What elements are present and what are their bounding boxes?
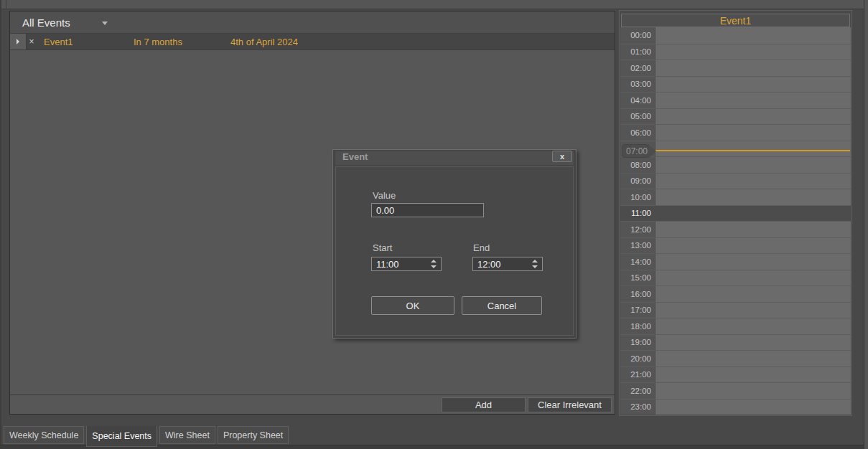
time-row-17:00[interactable]: 17:00 [620,302,851,318]
end-time-value: 12:00 [477,259,501,270]
schedule-cell[interactable] [655,27,851,44]
window-frame-left [0,0,1,449]
current-time-balloon: 07:00 [622,144,649,158]
dialog-title: Event [342,151,368,162]
time-label: 16:00 [620,285,655,302]
value-label: Value [373,190,396,201]
time-row-16:00[interactable]: 16:00 [620,285,851,302]
schedule-cell[interactable] [655,156,851,173]
time-label: 22:00 [620,382,655,399]
value-input[interactable]: 0.00 [371,203,484,217]
schedule-cell[interactable] [655,124,851,141]
time-row-13:00[interactable]: 13:00 [620,237,851,254]
day-schedule-title: Event1 [621,14,850,27]
time-row-18:00[interactable]: 18:00 [620,318,851,334]
event-list-row[interactable]: × Event1 In 7 months 4th of April 2024 [10,34,615,50]
schedule-cell[interactable] [655,205,851,222]
time-row-06:00[interactable]: 06:00 [620,124,851,141]
schedule-cell[interactable] [655,399,851,415]
start-spinner[interactable] [429,257,438,270]
time-label: 02:00 [620,60,655,76]
schedule-cell[interactable] [655,285,851,302]
schedule-cell[interactable] [655,189,851,205]
clear-irrelevant-button[interactable]: Clear Irrelevant [528,397,612,412]
event-date-cell: 4th of April 2024 [230,34,298,49]
window-frame-right [864,0,868,449]
cancel-button[interactable]: Cancel [462,296,542,315]
dialog-close-button[interactable]: x [552,151,572,162]
expand-cell[interactable] [10,34,27,49]
dialog-titlebar[interactable] [335,151,574,165]
schedule-cell[interactable] [655,237,851,254]
time-row-15:00[interactable]: 15:00 [620,270,851,286]
day-schedule-panel: Event1 00:0001:0002:0003:0004:0005:0006:… [619,10,852,416]
schedule-cell[interactable] [655,382,851,399]
time-row-01:00[interactable]: 01:00 [620,44,851,60]
time-row-00:00[interactable]: 00:00 [620,27,851,44]
view-tabbar: Weekly ScheduleSpecial EventsWire SheetP… [0,426,868,447]
schedule-cell[interactable] [655,367,851,383]
end-spinner[interactable] [531,257,539,270]
time-row-14:00[interactable]: 14:00 [620,253,851,270]
tab-special-events[interactable]: Special Events [86,426,157,447]
schedule-cell[interactable] [655,173,851,189]
event-dialog: Event x Value 0.00 Start 11:00 End 12:00… [332,149,577,339]
tab-wire-sheet[interactable]: Wire Sheet [159,426,215,444]
events-filter-header[interactable]: All Events [10,11,615,34]
time-label: 00:00 [620,27,655,44]
tab-property-sheet[interactable]: Property Sheet [218,426,289,444]
time-row-22:00[interactable]: 22:00 [620,382,851,399]
spin-down-icon[interactable] [431,265,437,268]
schedule-cell[interactable] [655,334,851,351]
time-row-09:00[interactable]: 09:00 [620,173,851,189]
delete-event-icon[interactable]: × [27,34,37,49]
time-label: 12:00 [620,221,655,237]
time-row-21:00[interactable]: 21:00 [620,367,851,383]
add-button[interactable]: Add [442,397,526,412]
time-label: 01:00 [620,44,655,60]
schedule-cell[interactable] [655,108,851,125]
schedule-cell[interactable] [655,76,851,93]
time-row-11:00[interactable]: 11:00 [620,205,851,222]
start-label: Start [373,242,392,253]
time-label: 09:00 [620,173,655,189]
time-row-02:00[interactable]: 02:00 [620,60,851,76]
schedule-cell[interactable] [655,92,851,108]
time-row-08:00[interactable]: 08:00 [620,156,851,173]
time-label: 20:00 [620,350,655,367]
schedule-cell[interactable] [655,350,851,367]
ok-button[interactable]: OK [371,296,454,315]
time-label: 04:00 [620,92,655,108]
schedule-cell[interactable] [655,302,851,318]
time-label: 10:00 [620,189,655,205]
end-label: End [473,242,490,253]
chevron-down-icon [102,22,108,25]
expand-arrow-icon [17,39,19,44]
schedule-cell[interactable] [655,253,851,270]
time-row-19:00[interactable]: 19:00 [620,334,851,351]
time-label: 23:00 [620,399,655,415]
time-row-20:00[interactable]: 20:00 [620,350,851,367]
time-row-05:00[interactable]: 05:00 [620,108,851,125]
schedule-cell[interactable] [655,270,851,286]
start-time-input[interactable]: 11:00 [371,257,442,271]
events-panel-buttonbar: Add Clear Irrelevant [10,394,615,414]
time-row-04:00[interactable]: 04:00 [620,92,851,108]
time-label: 03:00 [620,76,655,93]
schedule-cell[interactable] [655,318,851,334]
schedule-cell[interactable] [655,221,851,237]
time-label: 19:00 [620,334,655,351]
time-row-23:00[interactable]: 23:00 [620,399,851,415]
time-row-03:00[interactable]: 03:00 [620,76,851,93]
end-time-input[interactable]: 12:00 [472,257,543,271]
time-row-10:00[interactable]: 10:00 [620,189,851,205]
spin-up-icon[interactable] [431,260,437,263]
time-row-12:00[interactable]: 12:00 [620,221,851,237]
schedule-cell[interactable] [655,60,851,76]
tab-weekly-schedule[interactable]: Weekly Schedule [4,426,84,444]
spin-down-icon[interactable] [532,265,538,268]
event-recurrence-cell: In 7 months [134,34,230,49]
schedule-cell[interactable] [655,141,851,157]
spin-up-icon[interactable] [532,260,538,263]
schedule-cell[interactable] [655,44,851,60]
